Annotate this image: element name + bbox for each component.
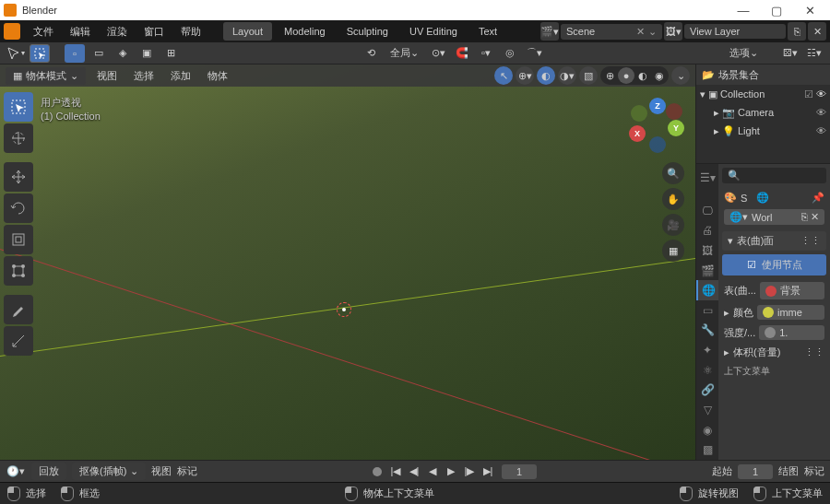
navigation-gizmo[interactable]: Z X Y [629, 98, 684, 153]
timeline-marker-menu[interactable]: 标记 [177, 464, 197, 478]
gizmo-y[interactable]: Y [668, 120, 684, 136]
pivot-dropdown[interactable]: 全局 ⌄ [385, 44, 424, 63]
outliner-row-camera[interactable]: ▸📷Camera 👁 [696, 103, 830, 122]
maximize-button[interactable]: ▢ [760, 4, 793, 18]
transform-tool[interactable] [4, 256, 33, 286]
playback-menu[interactable]: 回放 [31, 463, 66, 480]
use-nodes-button[interactable]: ☑ 使用节点 [722, 254, 826, 275]
gizmo-neg-z[interactable] [649, 136, 666, 153]
select-tool[interactable] [4, 92, 33, 122]
ptab-world[interactable]: 🌐 [696, 280, 718, 300]
ptab-scene[interactable]: 🎬 [696, 261, 718, 281]
snap-volume-icon[interactable]: ▣ [136, 44, 157, 63]
jump-start-icon[interactable]: |◀ [387, 463, 404, 480]
scene-selector[interactable]: Scene ✕⌄ [561, 24, 662, 40]
ptab-physics[interactable]: ⚛ [696, 360, 718, 381]
ptab-editor[interactable]: ☰▾ [696, 168, 718, 188]
3d-viewport[interactable]: ▦ 物体模式 ⌄ 视图 选择 添加 物体 ↖ ⊕▾ ◐ ◑▾ ▧ ⊕ ● ◐ ◉… [0, 64, 695, 460]
tab-sculpting[interactable]: Sculpting [338, 22, 397, 41]
ptab-render[interactable]: 🖵 [696, 201, 718, 221]
pan-icon[interactable]: ✋ [662, 188, 684, 210]
menu-render[interactable]: 渲染 [100, 22, 135, 41]
overlay-dropdown-icon[interactable]: ◑▾ [558, 66, 576, 85]
props-search[interactable]: 🔍 [722, 168, 826, 183]
gizmo-neg-x[interactable] [666, 103, 682, 120]
timeline-marker2[interactable]: 标记 [804, 464, 824, 478]
current-frame-field[interactable]: 1 [502, 464, 537, 479]
ptab-constraints[interactable]: 🔗 [696, 381, 718, 401]
gizmo-neg-y[interactable] [631, 105, 647, 122]
eye-icon[interactable]: 👁 [816, 88, 826, 100]
minimize-button[interactable]: — [727, 4, 760, 18]
cursor-tool[interactable] [4, 123, 33, 153]
keyframe-next-icon[interactable]: |▶ [461, 463, 478, 480]
world-datablock[interactable]: 🌐▾ Worl ⎘ ✕ [724, 209, 824, 225]
tab-uv[interactable]: UV Editing [400, 22, 467, 41]
timeline-view-menu[interactable]: 视图 [151, 464, 172, 478]
snap-increment-icon[interactable]: ⊞ [160, 44, 181, 63]
props-breadcrumb[interactable]: 🎨 S 🌐 📌 [722, 189, 826, 206]
rendered-mode-icon[interactable]: ◉ [651, 67, 668, 84]
ptab-texture[interactable]: ▩ [696, 440, 718, 460]
solid-mode-icon[interactable]: ● [618, 67, 634, 84]
snap-target-icon[interactable]: ▫▾ [476, 44, 496, 63]
orientation-icon[interactable]: ⟲ [361, 44, 381, 63]
ptab-object[interactable]: ▭ [696, 300, 718, 321]
close-button[interactable]: ✕ [793, 4, 826, 18]
gizmo-toggle-icon[interactable]: ⊕▾ [516, 66, 534, 85]
vp-menu-view[interactable]: 视图 [91, 67, 123, 85]
menu-file[interactable]: 文件 [26, 22, 61, 41]
wireframe-mode-icon[interactable]: ⊕ [601, 67, 618, 84]
ptab-material[interactable]: ◉ [696, 420, 718, 440]
options-dropdown[interactable]: 选项 ⌄ [724, 44, 764, 63]
proportional-falloff-icon[interactable]: ⌒▾ [524, 44, 544, 63]
tab-text[interactable]: Text [469, 22, 506, 41]
snap-vertex-icon[interactable]: ▫ [65, 44, 85, 63]
collection-new-icon[interactable]: ☷▾ [804, 44, 824, 63]
play-reverse-icon[interactable]: ◀ [424, 463, 441, 480]
snap-icon[interactable]: 🧲 [452, 44, 472, 63]
snap-edge-icon[interactable]: ▭ [89, 44, 109, 63]
annotate-tool[interactable] [4, 295, 33, 324]
mode-selector[interactable]: ▦ 物体模式 ⌄ [6, 67, 86, 85]
outliner-row-collection[interactable]: ▾▣Collection ☑ 👁 [696, 85, 830, 103]
viewlayer-browse-icon[interactable]: 🖼▾ [664, 22, 682, 41]
move-tool[interactable] [4, 162, 33, 192]
color-field[interactable]: imme [757, 305, 824, 320]
toggle-ortho-icon[interactable]: ▦ [662, 240, 684, 262]
menu-window[interactable]: 窗口 [136, 22, 172, 41]
snap-face-icon[interactable]: ◈ [113, 44, 133, 63]
vp-menu-add[interactable]: 添加 [165, 67, 196, 85]
surface-shader-field[interactable]: 背景 [760, 282, 824, 299]
timeline-editor-icon[interactable]: 🕐▾ [6, 463, 26, 481]
tab-modeling[interactable]: Modeling [275, 22, 335, 41]
overlay-toggle-icon[interactable]: ◐ [537, 66, 555, 85]
volume-panel-header[interactable]: ▸ 体积(音量) ⋮⋮ [722, 343, 826, 362]
jump-end-icon[interactable]: ▶| [480, 463, 496, 480]
vp-menu-select[interactable]: 选择 [128, 67, 160, 85]
viewlayer-selector[interactable]: View Layer [684, 24, 786, 39]
filter-icon[interactable]: ⚄▾ [780, 44, 800, 63]
ptab-output[interactable]: 🖨 [696, 221, 718, 241]
eye-icon[interactable]: 👁 [816, 107, 826, 118]
cursor-tool-icon[interactable]: ▾ [6, 44, 26, 63]
ptab-data[interactable]: ▽ [696, 400, 718, 420]
gizmo-z[interactable]: Z [649, 98, 666, 114]
ptab-viewlayer[interactable]: 🖼 [696, 240, 718, 261]
gizmo-x[interactable]: X [629, 125, 646, 142]
autokey-icon[interactable] [373, 467, 382, 476]
blender-logo-icon[interactable] [4, 23, 20, 40]
scale-tool[interactable] [4, 225, 33, 254]
eye-icon[interactable]: 👁 [816, 125, 826, 136]
measure-tool[interactable] [4, 326, 33, 356]
material-mode-icon[interactable]: ◐ [634, 67, 651, 84]
new-viewlayer-button[interactable]: ⎘ [788, 22, 806, 41]
proportional-icon[interactable]: ◎ [500, 44, 520, 63]
start-frame-field[interactable]: 1 [738, 464, 773, 479]
surface-panel-header[interactable]: ▾ 表(曲)面 ⋮⋮ [722, 231, 826, 251]
keying-menu[interactable]: 抠像(插帧) ⌄ [72, 463, 146, 480]
collection-checkbox[interactable]: ☑ [804, 88, 813, 100]
pivot-point-icon[interactable]: ⊙▾ [428, 44, 448, 63]
keyframe-prev-icon[interactable]: ◀| [406, 463, 422, 480]
show-gizmo-icon[interactable]: ↖ [494, 66, 513, 85]
